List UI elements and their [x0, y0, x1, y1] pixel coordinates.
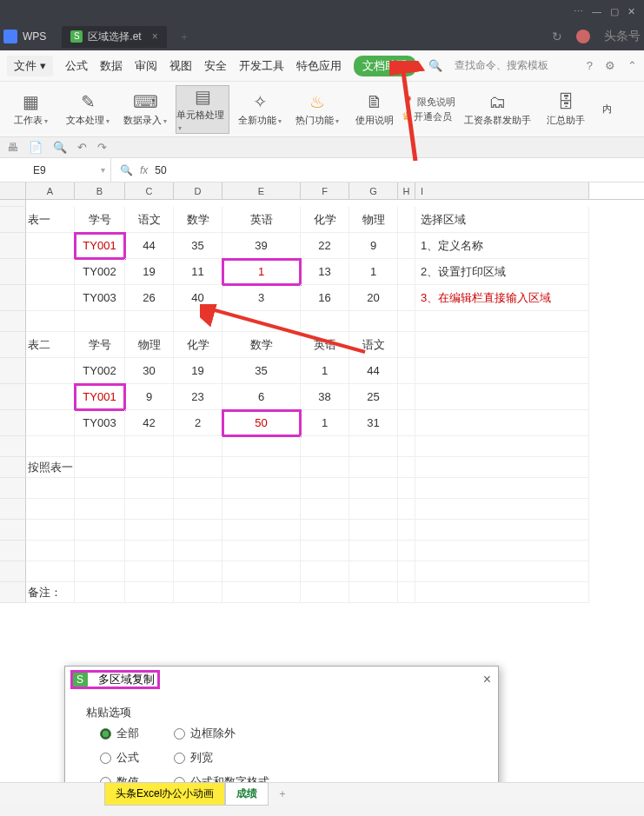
datainput-icon: ⌨: [133, 91, 158, 112]
column-headers: A B C D E F G H I: [0, 182, 644, 200]
fx-icon[interactable]: fx: [140, 164, 148, 176]
opt-formulnum[interactable]: 公式和数字格式: [174, 774, 269, 782]
multi-region-copy-dialog: S 多区域复制 × 粘贴选项 全部 公式 数值 格式 批注 边框除外 列宽 公式…: [64, 666, 499, 782]
document-tab-label: 区域选择.et: [88, 30, 141, 44]
tb-payroll[interactable]: 🗂 工资条群发助手: [459, 85, 535, 134]
fire-icon: ♨: [309, 91, 325, 112]
fx-find-icon[interactable]: 🔍: [120, 164, 133, 176]
tb-vip-block: 📍 限免说明 ♛ 开通会员: [402, 96, 455, 123]
titlebar: WPS S 区域选择.et × ＋ ↻ 头条号: [0, 23, 644, 50]
formula-value[interactable]: 50: [155, 164, 166, 176]
table1-title[interactable]: 表一: [26, 207, 75, 233]
search-placeholder[interactable]: 查找命令、搜索模板: [455, 58, 548, 73]
col-D[interactable]: D: [174, 182, 222, 199]
tab-close-icon[interactable]: ×: [152, 30, 158, 43]
tb-cell[interactable]: ▤ 单元格处理▾: [176, 85, 229, 134]
menu-security[interactable]: 安全: [204, 58, 227, 74]
app-name: WPS: [23, 30, 46, 43]
qa-save-icon[interactable]: 🖶: [7, 141, 18, 154]
opt-all[interactable]: 全部: [100, 726, 139, 741]
tag-icon: 📍: [402, 96, 415, 108]
grid-rows: 表一 学号 语文 数学 英语 化学 物理 选择区域 TY001 44 35 39…: [0, 200, 644, 603]
new-tab-icon[interactable]: ＋: [179, 30, 189, 44]
tb-help[interactable]: 🗎 使用说明: [348, 85, 402, 134]
sheet-area[interactable]: A B C D E F G H I 表一 学号 语文 数学 英语 化学 物理 选…: [0, 182, 644, 782]
text-icon: ✎: [81, 91, 96, 112]
tb-summary[interactable]: 🗄 汇总助手: [539, 85, 593, 134]
dialog-title: 多区域复制: [98, 672, 155, 687]
close-window-icon[interactable]: ✕: [627, 6, 635, 17]
col-I[interactable]: I: [415, 182, 589, 199]
formula-bar: E9 🔍 fx 50: [0, 158, 644, 182]
opt-colwidth[interactable]: 列宽: [174, 750, 269, 766]
sidenote-title[interactable]: 选择区域: [415, 207, 589, 233]
menubar: 文件 ▾ 公式 数据 审阅 视图 安全 开发工具 特色应用 文档助手 🔍 查找命…: [0, 50, 644, 82]
opt-noborder[interactable]: 边框除外: [174, 726, 269, 741]
worksheet-icon: ▦: [23, 91, 39, 112]
opt-formula[interactable]: 公式: [100, 750, 139, 766]
tb-hot[interactable]: ♨ 热门功能▾: [290, 85, 344, 134]
sheet-tab-2[interactable]: 成绩: [225, 782, 269, 806]
col-F[interactable]: F: [301, 182, 349, 199]
settings-icon[interactable]: ⚙: [605, 59, 615, 72]
col-G[interactable]: G: [349, 182, 398, 199]
crown-icon: ♛: [402, 110, 411, 123]
tb-text[interactable]: ✎ 文本处理▾: [61, 85, 115, 134]
et-file-icon: S: [70, 30, 83, 43]
add-sheet-icon[interactable]: ＋: [269, 786, 296, 801]
collapse-ribbon-icon[interactable]: ⌃: [627, 59, 637, 72]
max-icon[interactable]: ▢: [610, 6, 619, 17]
menu-devtools[interactable]: 开发工具: [239, 58, 284, 74]
dialog-close-icon[interactable]: ×: [483, 672, 491, 687]
quick-access-bar: 🖶 📄 🔍 ↶ ↷: [0, 137, 644, 158]
avatar-icon[interactable]: [576, 30, 590, 43]
menu-dochelper[interactable]: 文档助手: [354, 56, 416, 76]
menu-review[interactable]: 审阅: [135, 58, 157, 74]
qa-open-icon[interactable]: 📄: [29, 141, 43, 154]
window-chrome-top: ⋯ — ▢ ✕: [0, 0, 644, 23]
col-E[interactable]: E: [222, 182, 301, 199]
min-icon[interactable]: —: [592, 6, 601, 17]
doc-icon: 🗎: [366, 92, 383, 112]
sheet-tab-bar: 头条Excel办公小动画 成绩 ＋: [0, 782, 644, 805]
sparkle-icon: ✧: [253, 91, 268, 112]
qa-redo-icon[interactable]: ↷: [97, 141, 107, 154]
qa-undo-icon[interactable]: ↶: [77, 141, 87, 154]
col-C[interactable]: C: [125, 182, 174, 199]
chrome-more-icon[interactable]: ⋯: [574, 6, 583, 17]
opt-value[interactable]: 数值: [100, 774, 139, 782]
col-H[interactable]: H: [398, 182, 415, 199]
help-icon[interactable]: ?: [587, 59, 593, 72]
cell-icon: ▤: [195, 86, 211, 107]
payroll-icon: 🗂: [488, 92, 506, 112]
menu-data[interactable]: 数据: [100, 58, 123, 74]
qa-preview-icon[interactable]: 🔍: [53, 141, 67, 154]
tb-more[interactable]: 内: [596, 85, 617, 134]
paste-section-title: 粘贴选项: [86, 705, 477, 720]
col-B[interactable]: B: [75, 182, 125, 199]
headline-label: 头条号: [604, 29, 641, 44]
tb-worksheet[interactable]: ▦ 工作表▾: [3, 85, 57, 134]
sheet-tab-1[interactable]: 头条Excel办公小动画: [104, 782, 225, 806]
search-icon[interactable]: 🔍: [428, 59, 442, 72]
ribbon-toolbar: ▦ 工作表▾ ✎ 文本处理▾ ⌨ 数据录入▾ ▤ 单元格处理▾ ✧ 全新功能▾ …: [0, 82, 644, 137]
note-label[interactable]: 备注：: [26, 582, 75, 603]
menu-formula[interactable]: 公式: [65, 58, 88, 74]
table2-title[interactable]: 表二: [26, 332, 75, 358]
below-label[interactable]: 按照表一: [26, 457, 75, 478]
sync-icon[interactable]: ↻: [552, 30, 562, 43]
wps-logo-icon: [3, 30, 17, 43]
col-A[interactable]: A: [26, 182, 75, 199]
menu-view[interactable]: 视图: [169, 58, 192, 74]
menu-feature[interactable]: 特色应用: [296, 58, 342, 74]
file-menu[interactable]: 文件 ▾: [7, 56, 53, 76]
summary-icon: 🗄: [557, 92, 574, 112]
name-box[interactable]: E9: [0, 158, 111, 182]
tb-input[interactable]: ⌨ 数据录入▾: [118, 85, 172, 134]
tb-new[interactable]: ✧ 全新功能▾: [233, 85, 287, 134]
dialog-app-icon: S: [72, 672, 88, 687]
select-all-corner[interactable]: [0, 182, 26, 199]
document-tab[interactable]: S 区域选择.et ×: [62, 26, 166, 48]
